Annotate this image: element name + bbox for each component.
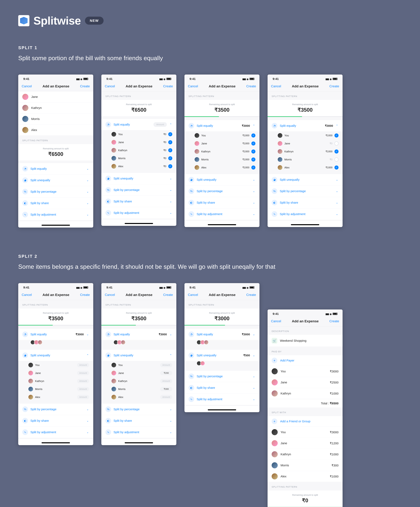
person-row[interactable]: Morris₹0 [267,155,343,163]
split-adjustment-option[interactable]: ∿Split by adjustment⌄ [184,208,259,220]
person-row[interactable]: Alex₹1000✓ [267,163,343,171]
person-row[interactable]: AlexAmount [101,393,176,401]
payer-row[interactable]: You₹3000 [267,366,343,377]
payer-row[interactable]: Kathryn₹1000 [267,388,343,399]
split-adjustment-option[interactable]: ∿Split by adjustment⌄ [18,426,93,438]
checkbox[interactable]: ✓ [251,157,255,162]
create-button[interactable]: Create [246,84,256,88]
split-share-option[interactable]: ◐Split by share⌄ [101,196,176,207]
create-button[interactable]: Create [329,84,339,88]
split-equally-option[interactable]: ◔Split equally₹3000⌄ [184,329,259,340]
split-with-row[interactable]: Kathryn₹1000 [267,449,343,460]
split-percentage-option[interactable]: %Split by percentage⌄ [184,371,259,382]
person-row[interactable]: Morris₹0✓ [101,154,176,162]
split-percentage-option[interactable]: %Split by percentage⌄ [101,184,176,196]
split-adjustment-option[interactable]: ∿Split by adjustment⌄ [267,208,343,220]
create-button[interactable]: Create [163,293,173,297]
cancel-button[interactable]: Cancel [105,293,115,297]
person-row[interactable]: Morris₹1000✓ [184,155,259,163]
split-percentage-option[interactable]: %Split by percentage⌄ [267,185,343,197]
checkbox[interactable]: ✓ [168,148,172,152]
cancel-button[interactable]: Cancel [22,84,32,88]
split-share-option[interactable]: ◐Split by share⌄ [18,415,93,426]
amount-input[interactable]: Amount [160,363,172,367]
checkbox[interactable]: ✓ [335,165,338,169]
person-row[interactable]: YouAmount [18,361,93,369]
person-row[interactable]: Jane₹0 [267,140,343,148]
person-row[interactable]: Kathryn₹1000✓ [267,148,343,155]
checkbox[interactable]: ✓ [251,141,255,146]
amount-input[interactable]: ₹200 [160,371,172,375]
split-equally-option[interactable]: ◔Split equally₹3000⌃ [267,120,343,131]
friend-row[interactable]: Jane [18,91,93,102]
create-button[interactable]: Create [329,319,339,323]
split-adjustment-option[interactable]: ∿Split by adjustment⌄ [101,207,176,218]
split-percentage-option[interactable]: %Split by percentage⌄ [18,186,93,197]
cancel-button[interactable]: Cancel [22,293,32,297]
split-equally-option[interactable]: ◔Split equally⌄ [18,163,93,174]
checkbox[interactable]: ✓ [168,140,172,144]
split-with-row[interactable]: You₹3000 [267,427,343,438]
checkbox[interactable] [335,141,338,146]
split-share-option[interactable]: ◐Split by share⌄ [184,197,259,208]
person-row[interactable]: Alex₹1000✓ [184,163,259,171]
split-equally-option[interactable]: ◔Split equally₹3000⌄ [101,329,176,340]
split-unequally-option[interactable]: ◕Split unequally⌄ [18,174,93,186]
split-share-option[interactable]: ◐Split by share⌄ [101,415,176,426]
split-share-option[interactable]: ◐Split by share⌄ [184,382,259,394]
checkbox[interactable]: ✓ [335,149,338,154]
amount-input[interactable]: ₹300 [160,387,172,391]
person-row[interactable]: KathrynAmount [18,377,93,385]
amount-input[interactable]: Amount [77,395,89,399]
checkbox[interactable]: ✓ [168,164,172,168]
split-adjustment-option[interactable]: ∿Split by adjustment⌄ [101,426,176,438]
split-share-option[interactable]: ◐Split by share⌄ [18,197,93,209]
split-equally-option[interactable]: ◔Split equally₹3000⌃ [184,120,259,131]
cancel-button[interactable]: Cancel [271,319,281,323]
person-row[interactable]: Jane₹200 [101,369,176,377]
create-button[interactable]: Create [163,84,173,88]
person-row[interactable]: Alex₹0✓ [101,162,176,170]
person-row[interactable]: KathrynAmount [101,377,176,385]
person-row[interactable]: Jane₹0✓ [101,138,176,146]
amount-input[interactable]: Amount [77,371,89,375]
checkbox[interactable]: ✓ [335,134,338,138]
cancel-button[interactable]: Cancel [105,84,115,88]
split-equally-option[interactable]: ◔Split equally₹3000⌄ [18,329,93,340]
person-row[interactable]: YouAmount [101,361,176,369]
checkbox[interactable]: ✓ [251,149,255,154]
friend-row[interactable]: Kathryn [18,102,93,113]
split-with-row[interactable]: Jane₹1200 [267,438,343,449]
cancel-button[interactable]: Cancel [188,293,198,297]
payer-row[interactable]: Jane₹2500 [267,377,343,388]
split-share-option[interactable]: ◐Split by share⌄ [267,197,343,208]
split-unequally-option[interactable]: ◕Split unequally⌄ [267,174,343,185]
checkbox[interactable]: ✓ [168,156,172,160]
cancel-button[interactable]: Cancel [188,84,198,88]
amount-input[interactable]: Amount [160,379,172,383]
split-percentage-option[interactable]: %Split by percentage⌄ [18,403,93,415]
friend-row[interactable]: Alex [18,125,93,136]
checkbox[interactable]: ✓ [251,134,255,138]
friend-row[interactable]: Morris [18,113,93,125]
cancel-button[interactable]: Cancel [271,84,281,88]
split-unequally-option[interactable]: ◕Split unequally⌄ [184,174,259,185]
split-percentage-option[interactable]: %Split by percentage⌄ [101,403,176,415]
checkbox[interactable]: ✓ [168,132,172,136]
person-row[interactable]: You₹1000✓ [267,131,343,140]
person-row[interactable]: MorrisAmount [18,385,93,393]
description-row[interactable]: 🛒Weekend Shopping [267,335,343,347]
add-payer-row[interactable]: +Add Payer [267,355,343,366]
person-row[interactable]: AlexAmount [18,393,93,401]
split-with-row[interactable]: Morris₹300 [267,460,343,471]
amount-input[interactable]: Amount [77,379,89,383]
create-button[interactable]: Create [80,293,90,297]
add-friend-row[interactable]: +Add a Friend or Group [267,416,343,427]
person-row[interactable]: Jane₹1000✓ [184,140,259,148]
split-adjustment-option[interactable]: ∿Split by adjustment⌄ [184,394,259,405]
person-row[interactable]: You₹0✓ [101,130,176,138]
amount-input[interactable]: Amount [77,387,89,391]
split-unequally-option[interactable]: ◕Split unequally⌃ [101,350,176,361]
split-percentage-option[interactable]: %Split by percentage⌄ [184,185,259,197]
checkbox[interactable]: ✓ [251,165,255,169]
